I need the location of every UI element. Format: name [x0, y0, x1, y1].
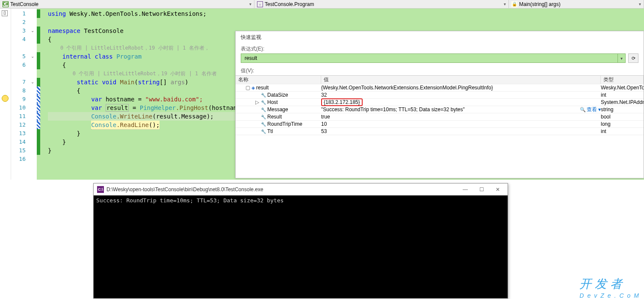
quickwatch-row[interactable]: 🔧Message"Success: RoundTrip time=10ms; T…	[236, 106, 644, 113]
breadcrumb-project-label: TestConsole	[10, 1, 38, 7]
console-titlebar[interactable]: C:\ D:\Wesky\open-tools\TestConsole\bin\…	[94, 184, 508, 195]
column-header-name[interactable]: 名称	[236, 76, 321, 84]
row-type: Wesky.Net.OpenTo	[601, 85, 644, 91]
chevron-down-icon[interactable]: ▾	[639, 2, 641, 6]
row-type: bool	[601, 114, 644, 120]
quickwatch-panel: 快速监视 表达式(E): ▾ ⟳ 值(V): 名称 值 类型 ▢◈result{…	[235, 31, 644, 178]
breadcrumb-class-label: TestConsole.Program	[265, 1, 314, 7]
chevron-down-icon[interactable]: ▾	[249, 2, 251, 6]
quickwatch-row[interactable]: 🔧Resulttruebool	[236, 113, 644, 121]
maximize-button[interactable]: ☐	[475, 185, 488, 194]
console-line: Success: RoundTrip time=10ms; TTL=53; Da…	[96, 197, 505, 204]
row-name: RoundTripTime	[267, 121, 302, 127]
console-app-icon: C:\	[97, 186, 104, 193]
breadcrumb-project[interactable]: C# TestConsole ▾	[0, 0, 254, 8]
console-output[interactable]: Success: RoundTrip time=10ms; TTL=53; Da…	[94, 195, 508, 298]
row-type: System.Net.IPAddr	[601, 99, 644, 105]
console-window: C:\ D:\Wesky\open-tools\TestConsole\bin\…	[93, 183, 508, 299]
row-type: string	[601, 107, 644, 112]
row-value: {Wesky.Net.OpenTools.NetworkExtensions.E…	[321, 85, 493, 91]
folding-column[interactable]: ⌄⌄⌄	[28, 9, 37, 180]
expression-input[interactable]	[241, 55, 617, 61]
expression-label: 表达式(E):	[236, 44, 644, 53]
quickwatch-grid: 名称 值 类型 ▢◈result{Wesky.Net.OpenTools.Net…	[236, 75, 644, 135]
minimize-button[interactable]: —	[459, 185, 472, 194]
row-type: long	[601, 121, 644, 127]
wrench-icon: 🔧	[261, 100, 266, 105]
expand-toggle[interactable]: ▷	[254, 99, 260, 105]
console-title-text: D:\Wesky\open-tools\TestConsole\bin\Debu…	[106, 187, 263, 192]
chevron-down-icon[interactable]: ▾	[504, 2, 506, 6]
editor-glyph-margin: {}	[0, 9, 11, 180]
breadcrumb-class[interactable]: ⬦ TestConsole.Program ▾	[254, 0, 509, 8]
method-icon: 🔒	[511, 1, 517, 7]
magnifier-icon: 🔍	[580, 107, 586, 112]
breadcrumb-method-label: Main(string[] args)	[519, 1, 561, 7]
expand-toggle[interactable]: ▢	[245, 85, 250, 91]
close-button[interactable]: ✕	[491, 185, 504, 194]
watermark: 开 发 者 DevZe.CoM	[579, 276, 642, 299]
row-name: Result	[267, 114, 282, 120]
column-header-type[interactable]: 类型	[601, 76, 644, 84]
wrench-icon: 🔧	[261, 129, 266, 134]
row-value: 10	[321, 121, 327, 127]
row-type: int	[601, 92, 644, 98]
line-numbers: 1234 56 78910111213141516	[11, 9, 28, 180]
expression-input-wrap: ▾	[241, 53, 626, 63]
csharp-icon: C#	[3, 1, 9, 7]
quickwatch-row[interactable]: ▢◈result{Wesky.Net.OpenTools.NetworkExte…	[236, 84, 644, 92]
quickwatch-row[interactable]: 🔧RoundTripTime10long	[236, 121, 644, 128]
row-value: "Success: RoundTrip time=10ms; TTL=53; D…	[321, 107, 465, 112]
change-bar	[37, 9, 40, 180]
wrench-icon: 🔧	[261, 115, 266, 119]
row-name: Host	[267, 99, 278, 105]
row-type: int	[601, 128, 644, 134]
row-value: {183.2.172.185}	[321, 98, 363, 106]
reevaluate-button[interactable]: ⟳	[628, 53, 638, 63]
column-header-value[interactable]: 值	[321, 76, 601, 84]
struct-icon: {}	[2, 10, 8, 16]
row-value: 53	[321, 128, 327, 134]
quickwatch-row[interactable]: 🔧DataSize32int	[236, 92, 644, 99]
view-link[interactable]: 🔍查看 ▾	[580, 106, 601, 113]
row-name: result	[256, 85, 269, 91]
row-name: DataSize	[267, 92, 288, 98]
class-icon: ⬦	[257, 1, 263, 7]
expression-dropdown-button[interactable]: ▾	[617, 54, 625, 62]
value-label: 值(V):	[236, 65, 644, 75]
row-name: Message	[267, 107, 288, 112]
breadcrumb-bar: C# TestConsole ▾ ⬦ TestConsole.Program ▾…	[0, 0, 644, 9]
wrench-icon: 🔧	[261, 93, 266, 98]
breadcrumb-method[interactable]: 🔒 Main(string[] args) ▾	[509, 0, 644, 8]
lightbulb-icon[interactable]	[2, 95, 9, 102]
quickwatch-row[interactable]: 🔧Ttl53int	[236, 128, 644, 135]
quickwatch-title: 快速监视	[236, 31, 644, 44]
quickwatch-row[interactable]: ▷🔧Host{183.2.172.185}System.Net.IPAddr	[236, 99, 644, 106]
row-value: 32	[321, 92, 327, 98]
wrench-icon: 🔧	[261, 122, 266, 127]
cube-icon: ◈	[251, 85, 255, 91]
row-value: true	[321, 114, 330, 120]
row-name: Ttl	[267, 128, 273, 134]
wrench-icon: 🔧	[261, 107, 266, 112]
